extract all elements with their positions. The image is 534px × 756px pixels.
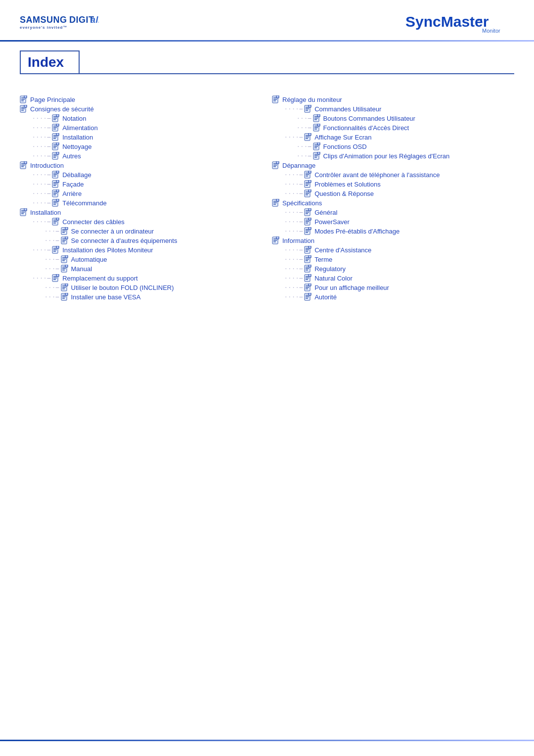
svg-rect-180 — [317, 152, 320, 154]
svg-rect-245 — [306, 260, 308, 261]
list-item[interactable]: ····─ Terme — [272, 255, 514, 263]
list-item[interactable]: ····─ Installation des Pilotes Moniteur — [20, 246, 262, 254]
tree-link[interactable]: Façade — [62, 181, 84, 188]
list-item[interactable]: ····─ Arrière — [20, 189, 262, 197]
list-item[interactable]: ····─ Commandes Utilisateur — [272, 105, 514, 113]
tree-link[interactable]: Installation des Pilotes Moniteur — [62, 246, 153, 254]
list-item[interactable]: ···─ Utiliser le bouton FOLD (INCLINER) — [20, 284, 262, 291]
tree-link[interactable]: PowerSaver — [314, 218, 350, 226]
connector-line: ····─ — [32, 143, 51, 150]
tree-link[interactable]: Utiliser le bouton FOLD (INCLINER) — [71, 284, 174, 291]
list-item[interactable]: ····─ Pour un affichage meilleur — [272, 284, 514, 291]
list-item[interactable]: ····─ Modes Pré-établis d'Affichage — [272, 227, 514, 235]
doc-icon — [304, 208, 312, 216]
list-item[interactable]: Installation — [20, 208, 262, 216]
tree-link[interactable]: Affichage Sur Ecran — [314, 134, 371, 141]
tree-link[interactable]: Problèmes et Solutions — [314, 181, 381, 188]
list-item[interactable]: ····─ Façade — [20, 180, 262, 188]
tree-link[interactable]: Nettoyage — [62, 143, 91, 150]
list-item[interactable]: ····─ Affichage Sur Ecran — [272, 133, 514, 141]
tree-link[interactable]: Spécifications — [282, 199, 322, 207]
list-item[interactable]: ····─ Connecter des câbles — [20, 218, 262, 226]
tree-link[interactable]: Modes Pré-établis d'Affichage — [314, 228, 400, 235]
tree-link[interactable]: Remplacement du support — [62, 275, 137, 282]
tree-link[interactable]: Regulatory — [314, 265, 346, 273]
svg-point-7 — [480, 19, 482, 21]
tree-link[interactable]: Centre d'Assistance — [314, 246, 371, 254]
tree-link[interactable]: Commandes Utilisateur — [314, 105, 381, 113]
list-item[interactable]: Consignes de sécurité — [20, 105, 262, 113]
tree-link[interactable]: Natural Color — [314, 275, 353, 282]
list-item[interactable]: Page Principale — [20, 95, 262, 103]
list-item[interactable]: ····─ Problèmes et Solutions — [272, 180, 514, 188]
tree-link[interactable]: Général — [314, 209, 337, 216]
tree-link[interactable]: Notation — [62, 115, 86, 122]
tree-link[interactable]: Introduction — [30, 162, 64, 169]
tree-link[interactable]: Connecter des câbles — [62, 218, 125, 226]
samsung-logo: SAMSUNG DIGIT all everyone's invited™ — [20, 11, 99, 33]
list-item[interactable]: ····─ Télécommande — [20, 199, 262, 207]
list-item[interactable]: ···─ Se connecter à d'autres équipements — [20, 236, 262, 244]
list-item[interactable]: ····─ Installation — [20, 133, 262, 141]
list-item[interactable]: ····─ Général — [272, 208, 514, 216]
list-item[interactable]: ···─ Manual — [20, 265, 262, 273]
list-item[interactable]: ····─ Remplacement du support — [20, 274, 262, 282]
tree-link[interactable]: Boutons Commandes Utilisateur — [323, 115, 415, 122]
svg-rect-18 — [24, 105, 27, 107]
list-item[interactable]: Introduction — [20, 161, 262, 169]
tree-link[interactable]: Fonctionnalités d'Accès Direct — [323, 124, 409, 132]
tree-link[interactable]: Déballage — [62, 171, 91, 179]
list-item[interactable]: ····─ Nettoyage — [20, 142, 262, 150]
list-item[interactable]: ····─ Regulatory — [272, 265, 514, 273]
tree-link[interactable]: Se connecter à un ordinateur — [71, 228, 154, 235]
list-item[interactable]: ····─ Natural Color — [272, 274, 514, 282]
list-item[interactable]: ···─ Fonctions OSD — [272, 142, 514, 150]
svg-rect-130 — [62, 287, 66, 288]
tree-link[interactable]: Information — [282, 237, 314, 244]
tree-link[interactable]: Terme — [314, 256, 332, 263]
tree-link[interactable]: Se connecter à d'autres équipements — [71, 237, 178, 244]
list-item[interactable]: ····─ PowerSaver — [272, 218, 514, 226]
list-item[interactable]: ····─ Question & Réponse — [272, 189, 514, 197]
list-item[interactable]: ···─ Se connecter à un ordinateur — [20, 227, 262, 235]
tree-link[interactable]: Alimentation — [62, 124, 98, 132]
tree-link[interactable]: Pour un affichage meilleur — [314, 284, 389, 291]
list-item[interactable]: ····─ Autorité — [272, 293, 514, 301]
list-item[interactable]: ····─ Centre d'Assistance — [272, 246, 514, 254]
list-item[interactable]: ···─ Clips d'Animation pour les Réglages… — [272, 152, 514, 160]
tree-link[interactable]: Installation — [62, 134, 93, 141]
list-item[interactable]: ···─ Fonctionnalités d'Accès Direct — [272, 124, 514, 132]
doc-icon — [61, 255, 69, 263]
list-item[interactable]: Spécifications — [272, 199, 514, 207]
list-item[interactable]: ····─ Déballage — [20, 171, 262, 179]
tree-link[interactable]: Réglage du moniteur — [282, 96, 342, 103]
tree-link[interactable]: Autres — [62, 152, 81, 160]
list-item[interactable]: ····─ Alimentation — [20, 124, 262, 132]
svg-rect-52 — [21, 165, 25, 166]
tree-link[interactable]: Télécommande — [62, 199, 107, 207]
list-item[interactable]: Réglage du moniteur — [272, 95, 514, 103]
list-item[interactable]: ···─ Boutons Commandes Utilisateur — [272, 114, 514, 122]
tree-link[interactable]: Arrière — [62, 190, 82, 197]
tree-link[interactable]: Clips d'Animation pour les Réglages d'Ec… — [323, 152, 450, 160]
list-item[interactable]: ···─ Automatique — [20, 255, 262, 263]
svg-rect-226 — [306, 231, 309, 232]
tree-link[interactable]: Autorité — [314, 293, 337, 301]
list-item[interactable]: ····─ Autres — [20, 152, 262, 160]
tree-link[interactable]: Automatique — [71, 256, 107, 263]
list-item[interactable]: ····─ Contrôler avant de téléphoner à l'… — [272, 171, 514, 179]
list-item[interactable]: Information — [272, 236, 514, 244]
svg-rect-48 — [56, 152, 59, 154]
tree-link[interactable]: Contrôler avant de téléphoner à l'assist… — [314, 171, 440, 179]
list-item[interactable]: ···─ Installer une base VESA — [20, 293, 262, 301]
tree-link[interactable]: Consignes de sécurité — [30, 105, 94, 113]
list-item[interactable]: Dépannage — [272, 161, 514, 169]
tree-link[interactable]: Installation — [30, 209, 61, 216]
tree-link[interactable]: Question & Réponse — [314, 190, 374, 197]
tree-link[interactable]: Manual — [71, 265, 92, 273]
tree-link[interactable]: Page Principale — [30, 96, 75, 103]
tree-link[interactable]: Dépannage — [282, 162, 315, 169]
list-item[interactable]: ····─ Notation — [20, 114, 262, 122]
tree-link[interactable]: Fonctions OSD — [323, 143, 367, 150]
tree-link[interactable]: Installer une base VESA — [71, 293, 141, 301]
